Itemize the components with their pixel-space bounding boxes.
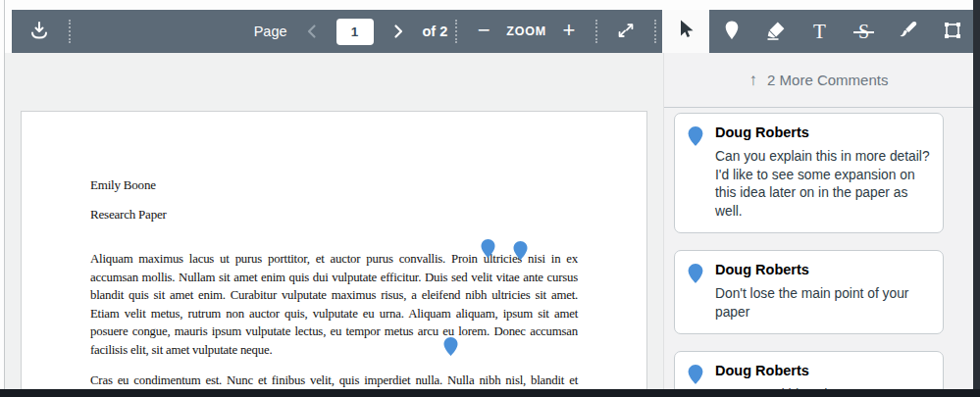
comment-card[interactable]: Doug Roberts Don't lose the main point o… bbox=[674, 250, 944, 334]
text-tool-icon: T bbox=[813, 20, 826, 44]
page-number-input[interactable] bbox=[336, 19, 374, 45]
chevron-left-icon bbox=[304, 24, 320, 39]
comment-author: Doug Roberts bbox=[715, 124, 931, 141]
document-annotation-app: Page of 2 − ZOOM + bbox=[0, 0, 980, 397]
window-right-border bbox=[973, 0, 980, 397]
zoom-in-button[interactable]: + bbox=[552, 10, 586, 53]
area-tool-button[interactable] bbox=[930, 10, 974, 53]
select-tool-button-active[interactable] bbox=[662, 10, 709, 53]
window-bottom-border bbox=[0, 389, 980, 397]
window-left-border bbox=[4, 0, 5, 389]
download-icon bbox=[27, 19, 51, 45]
comment-card[interactable]: Doug Roberts Some good ideas here. bbox=[674, 351, 944, 389]
annotation-toolbar: T S bbox=[709, 10, 974, 53]
point-annotation-pin[interactable] bbox=[481, 239, 495, 258]
text-tool-button[interactable]: T bbox=[798, 10, 842, 53]
pin-tool-button[interactable] bbox=[709, 10, 753, 53]
document-paragraph: Cras eu condimentum est. Nunc et finibus… bbox=[90, 372, 578, 389]
pin-tool-icon bbox=[720, 19, 744, 45]
draw-tool-icon bbox=[897, 19, 920, 45]
zoom-controls: − ZOOM + bbox=[467, 10, 586, 53]
fit-screen-icon bbox=[615, 20, 637, 44]
point-annotation-pin[interactable] bbox=[443, 337, 458, 356]
chevron-right-icon bbox=[390, 24, 406, 39]
strikeout-tool-icon: S bbox=[858, 21, 869, 43]
toolbar: Page of 2 − ZOOM + bbox=[12, 10, 662, 53]
highlight-tool-button[interactable] bbox=[753, 10, 798, 53]
comments-panel: ↑ 2 More Comments Doug Roberts Can you e… bbox=[663, 53, 973, 389]
up-arrow-icon: ↑ bbox=[749, 71, 758, 90]
toolbar-divider bbox=[69, 20, 71, 43]
comment-pin-icon bbox=[688, 262, 715, 322]
comment-author: Doug Roberts bbox=[715, 262, 931, 278]
highlight-tool-icon bbox=[764, 19, 788, 45]
toolbar-divider bbox=[595, 20, 597, 43]
more-comments-label: 2 More Comments bbox=[767, 72, 888, 88]
cursor-icon bbox=[674, 18, 697, 45]
comment-pin-icon bbox=[688, 124, 715, 221]
page-label: Page bbox=[254, 24, 287, 39]
point-annotation-pin[interactable] bbox=[513, 241, 528, 260]
draw-tool-button[interactable] bbox=[886, 10, 930, 53]
comment-text: Can you explain this in more detail? I'd… bbox=[715, 148, 931, 221]
comment-card[interactable]: Doug Roberts Can you explain this in mor… bbox=[674, 113, 944, 233]
comment-author: Doug Roberts bbox=[715, 363, 931, 379]
area-tool-icon bbox=[941, 19, 964, 45]
download-button[interactable] bbox=[18, 10, 61, 53]
comment-pin-icon bbox=[688, 363, 715, 389]
document-paragraph: Aliquam maximus lacus ut purus porttitor… bbox=[90, 250, 578, 359]
strikeout-tool-button[interactable]: S bbox=[842, 10, 886, 53]
page-navigation: Page of 2 bbox=[254, 10, 448, 53]
zoom-label: ZOOM bbox=[506, 25, 546, 38]
document-text: Emily Boone Research Paper Aliquam maxim… bbox=[22, 112, 646, 389]
document-viewer[interactable]: Emily Boone Research Paper Aliquam maxim… bbox=[5, 53, 663, 389]
toolbar-divider bbox=[455, 20, 457, 43]
document-title: Research Paper bbox=[90, 206, 578, 224]
more-comments-button[interactable]: ↑ 2 More Comments bbox=[664, 53, 973, 107]
next-page-button[interactable] bbox=[384, 10, 413, 53]
fit-screen-button[interactable] bbox=[605, 10, 646, 53]
comment-text: Don't lose the main point of your paper bbox=[715, 285, 931, 322]
comments-list: Doug Roberts Can you explain this in mor… bbox=[664, 108, 973, 389]
document-author: Emily Boone bbox=[90, 176, 578, 195]
zoom-out-button[interactable]: − bbox=[467, 10, 500, 53]
toolbar-divider bbox=[654, 20, 656, 43]
page-total-label: of 2 bbox=[423, 24, 448, 39]
previous-page-button[interactable] bbox=[297, 10, 327, 53]
document-page: Emily Boone Research Paper Aliquam maxim… bbox=[21, 111, 647, 389]
